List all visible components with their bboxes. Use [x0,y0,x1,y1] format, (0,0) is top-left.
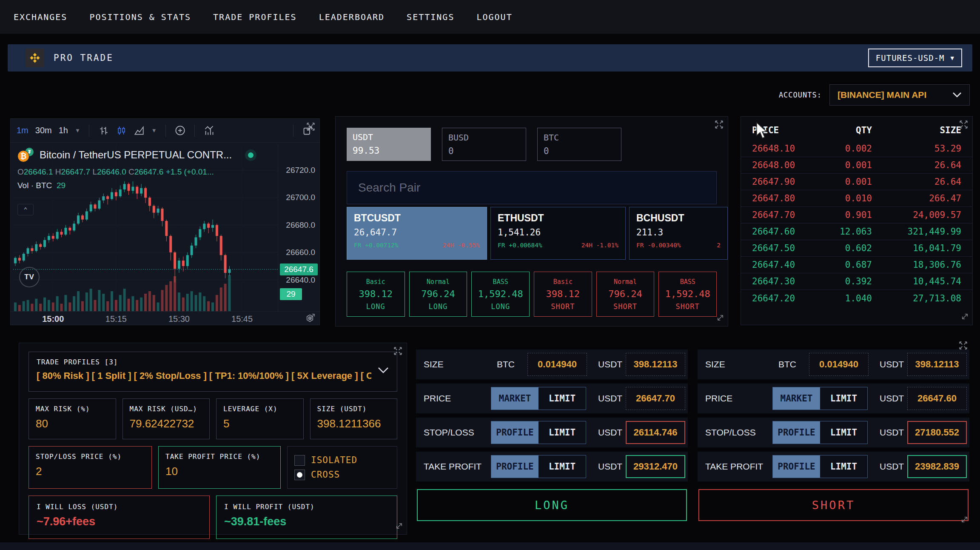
limit-mode-button[interactable]: LIMIT [820,455,867,478]
ask-row[interactable]: 26647.800.010266.47 [741,190,972,207]
resize-handle-icon[interactable] [960,312,970,323]
expand-icon[interactable] [393,346,403,358]
resize-handle-icon[interactable] [307,312,317,323]
limit-mode-button[interactable]: LIMIT [538,387,586,410]
quick-long-bass-button[interactable]: BASS1,592.48LONG [471,272,530,317]
stop-loss-input[interactable]: 26114.746 [626,421,685,444]
ask-row[interactable]: 26648.000.00126.64 [741,157,972,174]
chart-symbol-title[interactable]: Bitcoin / TetherUS PERPETUAL CONTR... [40,149,232,161]
candles-style-icon[interactable] [116,125,127,136]
resize-handle-icon[interactable] [960,515,969,526]
interval-1m-button[interactable]: 1m [17,126,28,135]
take-profit-input[interactable]: 29312.470 [626,455,685,478]
limit-mode-button[interactable]: LIMIT [538,421,586,444]
limit-mode-button[interactable]: LIMIT [538,455,586,478]
ask-row[interactable]: 26647.900.00126.64 [741,174,972,190]
quick-profile-name: Normal [614,278,637,286]
nav-item-logout[interactable]: LOGOUT [476,12,512,22]
balance-tab-btc[interactable]: BTC0 [537,128,621,161]
pair-card-bchusdt[interactable]: BCHUSDT211.3FR -0.00340%2 [629,207,728,260]
chevron-up-button[interactable]: ⌃ [17,204,34,215]
expand-icon[interactable] [714,119,724,132]
limit-mode-button[interactable]: LIMIT [820,387,867,410]
quick-long-normal-button[interactable]: Normal796.24LONG [409,272,467,317]
price-input[interactable]: 26647.60 [907,387,967,410]
size-usdt-input[interactable]: 398.12113 [626,353,685,376]
price-axis[interactable]: 26647.6 29 26720.026700.026680.026660.02… [278,144,319,311]
size-usdt-input[interactable]: 398.12113 [907,353,967,376]
interval-more-chevron-icon[interactable]: ▼ [75,127,80,134]
bid-row[interactable]: 26647.300.39210,445.74 [741,273,972,290]
bid-row[interactable]: 26647.500.60216,041.79 [741,240,972,257]
book-qty: 0.392 [808,276,872,286]
size-usdt-field[interactable]: SIZE (USDT) 398.1211366 [310,398,398,439]
tradingview-logo[interactable]: TV [19,267,40,287]
expand-icon[interactable] [305,121,316,134]
stop-loss-input[interactable]: 27180.552 [907,421,967,444]
bid-row[interactable]: 26647.6012.063321,449.99 [741,223,972,240]
take-profit-pct-field[interactable]: TAKE PROFIT PRICE (%) 10 [158,446,281,489]
expand-icon[interactable] [958,340,969,352]
profile-mode-button[interactable]: PROFILE [491,421,538,444]
nav-item-leaderboard[interactable]: LEADERBOARD [319,12,385,22]
balance-tab-busd[interactable]: BUSD0 [442,128,526,161]
profile-mode-button[interactable]: PROFILE [773,455,820,478]
quick-long-basic-button[interactable]: Basic398.12LONG [347,272,405,317]
interval-1h-button[interactable]: 1h [59,126,68,135]
size-btc-input[interactable]: 0.014940 [527,353,587,376]
quick-short-basic-button[interactable]: Basic398.12SHORT [534,272,592,317]
ask-row[interactable]: 26647.700.90124,009.57 [741,207,972,223]
stop-loss-pct-field[interactable]: STOP/LOSS PRICE (%) 2 [28,446,152,489]
bid-row[interactable]: 26647.201.04027,713.08 [741,290,972,307]
quick-short-normal-button[interactable]: Normal796.24SHORT [596,272,655,317]
take-profit-input[interactable]: 23982.839 [907,455,967,478]
funding-rate: FR +0.00712% [354,242,399,249]
nav-item-trade-profiles[interactable]: TRADE PROFILES [213,12,297,22]
size-btc-input[interactable]: 0.014940 [809,353,869,376]
nav-item-positions-stats[interactable]: POSITIONS & STATS [89,12,191,22]
style-more-chevron-icon[interactable]: ▼ [151,127,157,134]
cross-checkbox-icon[interactable] [294,470,305,480]
interval-30m-button[interactable]: 30m [35,126,52,135]
account-select[interactable]: [BINANCE] MAIN API [829,84,970,106]
nav-item-settings[interactable]: SETTINGS [407,12,454,22]
max-risk-usd-field[interactable]: MAX RISK (USD…) 79.62422732 [122,398,210,439]
compare-add-icon[interactable] [174,125,186,136]
time-axis[interactable]: 15:0015:1515:3015:45 [11,311,319,325]
leverage-field[interactable]: LEVERAGE (X) 5 [216,398,304,439]
market-mode-button[interactable]: MARKET [491,387,538,410]
quick-side: LONG [491,302,510,311]
long-button[interactable]: LONG [417,489,687,521]
market-type-select[interactable]: FUTURES-USD-M ▼ [868,49,962,67]
pair-card-ethusdt[interactable]: ETHUSDT1,541.26FR +0.00684%24H -1.01% [490,207,626,260]
short-button[interactable]: SHORT [698,489,969,521]
price-input[interactable]: 26647.70 [626,387,685,410]
pair-card-btcusdt[interactable]: BTCUSDT26,647.7FR +0.00712%24H -0.55% [347,207,487,260]
expand-icon[interactable] [958,119,969,132]
resize-handle-icon[interactable] [394,521,404,533]
cross-option[interactable]: CROSS [294,470,390,480]
balance-tab-usdt[interactable]: USDT99.53 [347,128,431,161]
isolated-option[interactable]: ISOLATED [294,455,390,466]
resize-handle-icon[interactable] [715,313,725,324]
profile-select[interactable]: TRADE PROFILES [3] [ 80% Risk ] [ 1 Spli… [28,352,397,392]
quick-amount: 1,592.48 [478,289,523,299]
isolated-checkbox-icon[interactable] [294,455,305,466]
area-style-icon[interactable] [134,125,145,136]
max-risk-pct-field[interactable]: MAX RISK (%) 80 [28,398,116,439]
profile-mode-button[interactable]: PROFILE [773,421,820,444]
market-mode-button[interactable]: MARKET [773,387,820,410]
top-nav: EXCHANGESPOSITIONS & STATSTRADE PROFILES… [0,0,980,34]
profile-mode-button[interactable]: PROFILE [491,455,538,478]
nav-item-exchanges[interactable]: EXCHANGES [14,12,67,22]
bid-row[interactable]: 26647.400.68718,306.76 [741,257,972,273]
balance-asset: USDT [353,132,425,142]
limit-mode-button[interactable]: LIMIT [820,421,867,444]
indicators-icon[interactable] [203,125,215,136]
search-pair-input[interactable] [347,171,717,204]
ask-row[interactable]: 26648.100.00253.29 [741,140,972,157]
market-panel: USDT99.53BUSD0BTC0 BTCUSDT26,647.7FR +0.… [335,116,728,327]
chevron-down-icon [377,367,389,376]
quick-short-bass-button[interactable]: BASS1,592.48SHORT [658,272,717,317]
bars-style-icon[interactable] [98,125,109,136]
